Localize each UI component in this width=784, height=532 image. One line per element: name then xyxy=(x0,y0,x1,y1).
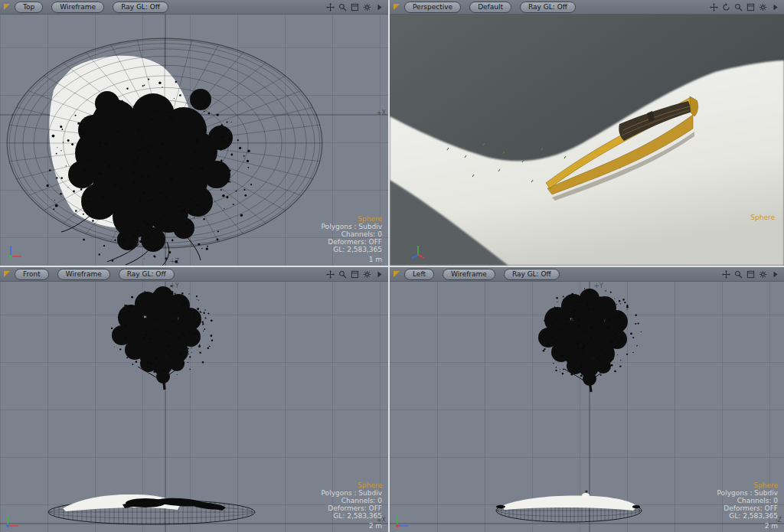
axis-label-h: +X xyxy=(377,109,386,116)
gl-count-label: GL: 2,583,365 xyxy=(322,246,382,253)
viewport-left: Left Wireframe Ray GL: Off Sphere Polygo… xyxy=(390,267,784,532)
gear-icon[interactable] xyxy=(362,2,372,12)
viewport-top: Top Wireframe Ray GL: Off Sphere Polygon… xyxy=(0,0,388,266)
gear-icon[interactable] xyxy=(362,269,372,279)
pan-icon[interactable] xyxy=(709,2,719,12)
zoom-icon[interactable] xyxy=(338,2,348,12)
disc-edge-dark xyxy=(496,505,505,508)
viewport-header-icons xyxy=(325,269,384,279)
shading-mode-button[interactable]: Default xyxy=(469,2,511,13)
boat-blip-dark xyxy=(585,490,587,492)
axis-label-v: +Z xyxy=(170,258,179,265)
gear-icon[interactable] xyxy=(758,269,768,279)
viewport-header-icons xyxy=(325,2,384,12)
rotate-icon[interactable] xyxy=(721,2,731,12)
channels-label: Channels: 0 xyxy=(322,230,382,238)
viewport-header: Perspective Default Ray GL: Off xyxy=(390,0,784,15)
viewport-corner-widget[interactable] xyxy=(4,271,10,277)
pan-icon[interactable] xyxy=(325,2,335,12)
boat-blip-left xyxy=(582,493,590,498)
view-type-button[interactable]: Front xyxy=(15,269,49,280)
raygl-button[interactable]: Ray GL: Off xyxy=(504,269,560,280)
channels-label: Channels: 0 xyxy=(717,497,778,504)
viewport-front: Front Wireframe Ray GL: Off Sphere Polyg… xyxy=(0,267,388,532)
axis-gizmo xyxy=(394,512,411,529)
disc-edge-dark xyxy=(632,505,640,508)
grid-scale-label: 2 m xyxy=(369,522,382,530)
flyout-arrow-icon[interactable] xyxy=(374,269,384,279)
maximize-icon[interactable] xyxy=(746,2,756,12)
zoom-icon[interactable] xyxy=(733,2,743,12)
deformers-label: Deformers: OFF xyxy=(322,504,382,512)
selected-item-label: Sphere xyxy=(750,214,775,221)
viewport-info: Sphere Polygons : Subdiv Channels: 0 Def… xyxy=(322,481,382,520)
polygons-label: Polygons : Subdiv xyxy=(717,489,778,497)
maximize-icon[interactable] xyxy=(350,2,360,12)
raygl-button[interactable]: Ray GL: Off xyxy=(520,2,576,13)
deformers-label: Deformers: OFF xyxy=(717,504,778,512)
selected-item-label: Sphere xyxy=(717,481,778,489)
viewport-header: Left Wireframe Ray GL: Off xyxy=(390,267,784,282)
axis-gizmo xyxy=(5,512,21,529)
viewport-header: Top Wireframe Ray GL: Off xyxy=(0,0,388,15)
grid-scale-label: 1 m xyxy=(369,256,382,263)
view-type-button[interactable]: Top xyxy=(15,2,43,13)
polygons-label: Polygons : Subdiv xyxy=(322,223,382,230)
axis-label-v: +Y xyxy=(594,282,603,289)
polygons-label: Polygons : Subdiv xyxy=(322,489,382,497)
shading-mode-button[interactable]: Wireframe xyxy=(57,269,110,280)
modeling-app-quad-view: Top Wireframe Ray GL: Off Sphere Polygon… xyxy=(0,0,784,532)
view-type-button[interactable]: Perspective xyxy=(404,2,461,13)
axis-gizmo xyxy=(410,243,426,259)
gear-icon[interactable] xyxy=(758,2,768,12)
shading-mode-button[interactable]: Wireframe xyxy=(51,2,104,13)
flyout-arrow-icon[interactable] xyxy=(374,2,384,12)
viewport-corner-widget[interactable] xyxy=(394,271,400,277)
viewport-header-icons xyxy=(721,269,780,279)
viewport-info: Sphere xyxy=(750,214,775,221)
viewport-header: Front Wireframe Ray GL: Off xyxy=(0,267,388,282)
gl-count-label: GL: 2,583,365 xyxy=(717,512,778,520)
maximize-icon[interactable] xyxy=(350,269,360,279)
view-type-button[interactable]: Left xyxy=(404,269,434,280)
viewport-corner-widget[interactable] xyxy=(4,4,10,10)
shading-mode-button[interactable]: Wireframe xyxy=(443,269,495,280)
viewport-perspective: Perspective Default Ray GL: Off Sphere xyxy=(390,0,784,266)
viewport-info: Sphere Polygons : Subdiv Channels: 0 Def… xyxy=(717,481,778,520)
viewport-header-icons xyxy=(709,2,780,12)
pan-icon[interactable] xyxy=(721,269,731,279)
deformers-label: Deformers: OFF xyxy=(322,238,382,246)
zoom-icon[interactable] xyxy=(733,269,743,279)
raygl-button[interactable]: Ray GL: Off xyxy=(113,2,168,13)
viewport-info: Sphere Polygons : Subdiv Channels: 0 Def… xyxy=(322,215,382,253)
grid-scale-label: 2 m xyxy=(765,522,778,530)
raygl-button[interactable]: Ray GL: Off xyxy=(119,269,175,280)
flyout-arrow-icon[interactable] xyxy=(770,2,780,12)
channels-label: Channels: 0 xyxy=(322,497,382,504)
selected-item-label: Sphere xyxy=(322,215,382,223)
axis-gizmo xyxy=(8,243,24,259)
tree-silhouette-left xyxy=(538,289,628,392)
maximize-icon[interactable] xyxy=(746,269,756,279)
pan-icon[interactable] xyxy=(325,269,335,279)
gl-count-label: GL: 2,583,365 xyxy=(322,512,382,520)
axis-label-v: +Y xyxy=(170,282,179,289)
snow-mound-left xyxy=(501,496,637,511)
zoom-icon[interactable] xyxy=(338,269,348,279)
viewport-corner-widget[interactable] xyxy=(394,4,400,10)
selected-item-label: Sphere xyxy=(322,481,382,489)
flyout-arrow-icon[interactable] xyxy=(770,269,780,279)
viewport-canvas-perspective[interactable] xyxy=(390,0,784,266)
